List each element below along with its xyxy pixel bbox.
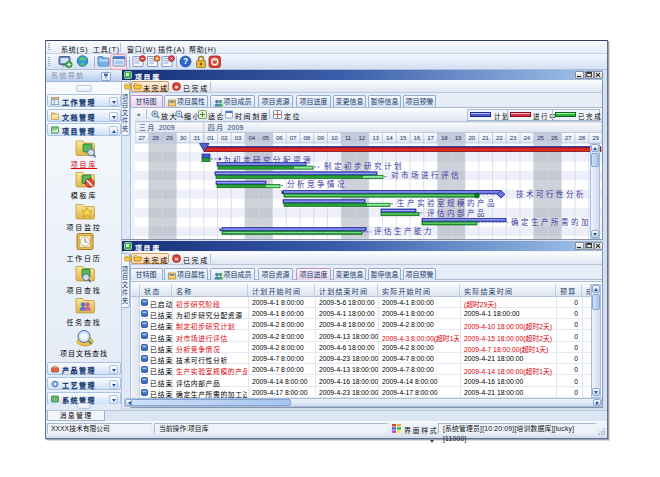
svg-text:24: 24 xyxy=(523,134,530,141)
svg-text:30: 30 xyxy=(180,134,187,141)
svg-text:28: 28 xyxy=(578,134,585,141)
svg-text:评估内部产品: 评估内部产品 xyxy=(427,208,487,218)
svg-text:22: 22 xyxy=(496,134,503,141)
svg-text:生产实验室规模的产品: 生产实验室规模的产品 xyxy=(397,198,497,208)
svg-text:15: 15 xyxy=(400,134,407,141)
svg-text:08: 08 xyxy=(303,134,310,141)
svg-text:25: 25 xyxy=(537,134,544,141)
svg-text:对市场进行评估: 对市场进行评估 xyxy=(391,170,461,180)
svg-text:16: 16 xyxy=(413,134,420,141)
svg-text:01: 01 xyxy=(207,134,214,141)
svg-text:31: 31 xyxy=(193,134,200,141)
svg-text:28: 28 xyxy=(152,134,159,141)
svg-text:09: 09 xyxy=(317,134,324,141)
svg-text:确定生产所需的加工过程: 确定生产所需的加工过程 xyxy=(511,217,602,227)
svg-text:27: 27 xyxy=(565,134,572,141)
svg-text:17: 17 xyxy=(427,134,434,141)
svg-text:07: 07 xyxy=(290,134,297,141)
svg-text:02: 02 xyxy=(221,134,228,141)
svg-text:23: 23 xyxy=(510,134,517,141)
svg-text:05: 05 xyxy=(262,134,269,141)
svg-text:19: 19 xyxy=(455,134,462,141)
svg-text:06: 06 xyxy=(276,134,283,141)
svg-text:18: 18 xyxy=(441,134,448,141)
svg-text:13: 13 xyxy=(372,134,379,141)
svg-text:制定初步研究计划: 制定初步研究计划 xyxy=(324,161,404,171)
svg-text:29: 29 xyxy=(166,134,173,141)
svg-text:29: 29 xyxy=(592,134,599,141)
svg-text:评估生产能力: 评估生产能力 xyxy=(374,226,434,236)
svg-text:技术可行性分析: 技术可行性分析 xyxy=(516,189,586,199)
svg-text:?: ? xyxy=(183,56,188,66)
svg-text:10: 10 xyxy=(331,134,338,141)
svg-text:04: 04 xyxy=(248,134,255,141)
svg-text:03: 03 xyxy=(235,134,242,141)
svg-text:21: 21 xyxy=(482,134,489,141)
svg-text:27: 27 xyxy=(138,134,145,141)
svg-text:12: 12 xyxy=(358,134,365,141)
svg-text:分析竞争情况: 分析竞争情况 xyxy=(287,179,347,189)
svg-text:14: 14 xyxy=(386,134,393,141)
svg-text:11: 11 xyxy=(345,134,352,141)
svg-text:26: 26 xyxy=(551,134,558,141)
svg-text:20: 20 xyxy=(468,134,475,141)
